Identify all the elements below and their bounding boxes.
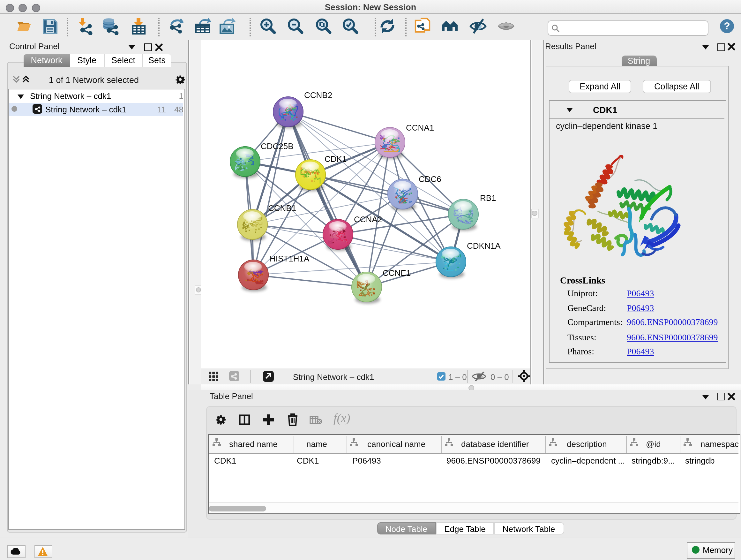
svg-text:CCNB2: CCNB2 [304,90,332,100]
svg-text:CDC6: CDC6 [418,174,441,184]
svg-text:CCNB1: CCNB1 [268,203,296,212]
svg-text:HIST1H1A: HIST1H1A [269,253,309,263]
svg-text:CCNE1: CCNE1 [382,268,410,277]
svg-text:CDK1: CDK1 [324,154,346,164]
svg-text:RB1: RB1 [480,193,496,202]
svg-text:CCNA1: CCNA1 [406,123,434,132]
svg-text:CDKN1A: CDKN1A [467,241,500,250]
svg-text:CDC25B: CDC25B [260,141,293,151]
svg-text:CCNA2: CCNA2 [354,214,382,224]
